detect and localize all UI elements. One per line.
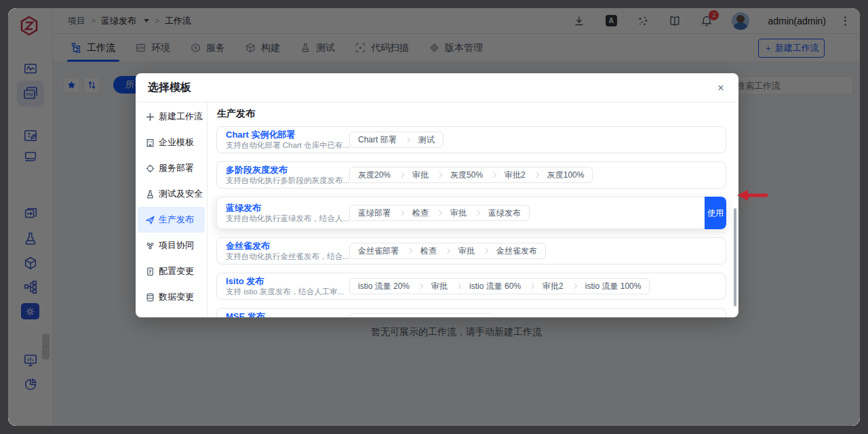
template-card-chart-deploy[interactable]: Chart 实例化部署 支持自动化部署 Chart 仓库中已有... Chart… xyxy=(216,126,726,153)
menu-item-production-release[interactable]: 生产发布 xyxy=(138,207,205,233)
plus-icon xyxy=(146,113,155,121)
stage-label: 测试 xyxy=(410,134,443,146)
menu-item-label: 数据变更 xyxy=(159,291,194,303)
stage-label: istio 流量 20% xyxy=(350,281,418,292)
stage-label: 检查 xyxy=(404,208,437,219)
menu-item-enterprise-templates[interactable]: 企业模板 xyxy=(138,130,205,155)
stage-label: istio 流量 100% xyxy=(577,281,650,292)
stage-chevron-icon xyxy=(491,172,496,178)
template-desc: 支持 istio 灰度发布，结合人工审... xyxy=(226,287,349,297)
stage-chevron-icon xyxy=(483,248,488,254)
stage-pipeline: Chart 部署 测试 xyxy=(349,132,443,148)
template-desc: 支持自动化部署 Chart 仓库中已有... xyxy=(226,140,349,151)
stage-label: 审批 xyxy=(442,208,475,219)
stage-label: 审批 xyxy=(423,281,456,292)
template-card-multistage-gray[interactable]: 多阶段灰度发布 支持自动化执行多阶段的灰度发布... 灰度20% 审批 灰度50… xyxy=(216,161,726,189)
flask-icon xyxy=(146,190,155,199)
collab-icon xyxy=(146,241,155,250)
template-name[interactable]: Isito 发布 xyxy=(226,276,349,287)
stage-chevron-icon xyxy=(399,172,404,178)
stage-label: 审批2 xyxy=(496,170,534,181)
template-card-canary[interactable]: 金丝雀发布 支持自动化执行金丝雀发布，结合... 金丝雀部署 检查 审批 金丝雀… xyxy=(216,237,726,264)
menu-item-label: 新建工作流 xyxy=(159,111,203,123)
building-icon xyxy=(146,138,155,147)
stage-label: 审批 xyxy=(350,316,382,318)
stage-label: 检查 xyxy=(412,245,445,257)
use-template-button[interactable]: 使用 xyxy=(705,197,726,229)
close-icon[interactable]: × xyxy=(714,81,728,95)
database-icon xyxy=(146,293,155,302)
stage-label: 金丝雀部署 xyxy=(350,245,407,257)
stage-pipeline: 金丝雀部署 检查 审批 金丝雀发布 xyxy=(349,243,546,259)
template-desc: 支持自动化执行金丝雀发布，结合... xyxy=(226,252,349,262)
release-icon xyxy=(146,216,155,224)
stage-label: 蓝绿发布 xyxy=(480,208,529,219)
stage-chevron-icon xyxy=(437,172,442,178)
stage-label: istio 流量 60% xyxy=(461,281,529,292)
menu-item-label: 配置变更 xyxy=(159,265,194,277)
menu-item-service-deploy[interactable]: 服务部署 xyxy=(138,155,205,181)
menu-item-label: 项目协同 xyxy=(159,239,194,252)
menu-item-test-security[interactable]: 测试及安全 xyxy=(138,181,205,207)
stage-label: 审批 xyxy=(404,170,437,181)
stage-pipeline: istio 流量 20% 审批 istio 流量 60% 审批2 istio 流… xyxy=(349,278,650,294)
stage-pipeline: 蓝绿部署 检查 审批 蓝绿发布 xyxy=(349,205,530,221)
template-name[interactable]: 金丝雀发布 xyxy=(226,241,349,252)
template-card-mse[interactable]: MSE 发布 支持 MSE 发布，结合人工审批，... 审批 MSE 发布任务 … xyxy=(216,308,726,317)
stage-label: Chart 部署 xyxy=(350,134,405,146)
menu-item-label: 企业模板 xyxy=(159,136,194,149)
stage-label: 审批2 xyxy=(534,281,572,292)
stage-chevron-icon xyxy=(407,248,412,254)
stage-chevron-icon xyxy=(534,172,539,178)
stage-label: 蓝绿部署 xyxy=(350,208,399,219)
template-name[interactable]: MSE 发布 xyxy=(226,311,349,318)
stage-label: 审批 xyxy=(450,245,483,257)
template-name[interactable]: Chart 实例化部署 xyxy=(226,130,349,140)
menu-item-config-change[interactable]: 配置变更 xyxy=(138,258,205,284)
stage-chevron-icon xyxy=(399,210,404,216)
stage-chevron-icon xyxy=(572,283,577,289)
stage-pipeline: 审批 MSE 发布任务 检查 xyxy=(349,313,495,317)
stage-label: 灰度100% xyxy=(539,170,593,181)
section-title: 生产发布 xyxy=(217,108,726,120)
target-icon xyxy=(146,164,155,173)
config-doc-icon xyxy=(146,267,155,276)
stage-label: 检查 xyxy=(462,316,494,318)
menu-item-new-workflow[interactable]: 新建工作流 xyxy=(138,104,205,130)
stage-chevron-icon xyxy=(456,283,461,289)
menu-item-project-collab[interactable]: 项目协同 xyxy=(138,233,205,258)
template-desc: 支持自动化执行蓝绿发布，结合人... xyxy=(226,214,349,224)
template-list: 生产发布 Chart 实例化部署 支持自动化部署 Chart 仓库中已有... … xyxy=(208,102,738,317)
annotation-arrow-icon xyxy=(736,189,770,202)
modal-scrollbar-thumb[interactable] xyxy=(734,208,736,307)
stage-chevron-icon xyxy=(404,137,410,142)
menu-item-label: 测试及安全 xyxy=(159,188,203,200)
stage-label: MSE 发布任务 xyxy=(388,316,456,318)
template-name[interactable]: 多阶段灰度发布 xyxy=(226,165,349,176)
stage-chevron-icon xyxy=(475,210,480,216)
stage-chevron-icon xyxy=(445,248,450,254)
template-desc: 支持自动化执行多阶段的灰度发布... xyxy=(226,176,349,186)
template-card-blue-green[interactable]: 蓝绿发布 支持自动化执行蓝绿发布，结合人... 蓝绿部署 检查 审批 蓝绿发布 … xyxy=(216,197,726,229)
stage-chevron-icon xyxy=(529,283,534,289)
template-name[interactable]: 蓝绿发布 xyxy=(226,203,349,214)
stage-pipeline: 灰度20% 审批 灰度50% 审批2 灰度100% xyxy=(349,167,593,183)
app-window: PM › 项目 > xyxy=(8,8,860,426)
template-category-menu: 新建工作流 企业模板 服务部署 测试及安全 生产发布 项目协同 xyxy=(136,102,208,317)
stage-label: 金丝雀发布 xyxy=(488,245,545,257)
select-template-modal: 选择模板 × 新建工作流 企业模板 服务部署 测试及安全 生产发布 xyxy=(136,73,738,317)
stage-chevron-icon xyxy=(437,210,442,216)
menu-item-label: 服务部署 xyxy=(159,162,194,174)
menu-item-data-change[interactable]: 数据变更 xyxy=(138,284,205,310)
template-card-istio[interactable]: Isito 发布 支持 istio 灰度发布，结合人工审... istio 流量… xyxy=(216,273,726,300)
stage-label: 灰度50% xyxy=(442,170,491,181)
stage-chevron-icon xyxy=(418,283,423,289)
stage-label: 灰度20% xyxy=(350,170,399,181)
menu-item-label: 生产发布 xyxy=(159,214,194,226)
modal-title: 选择模板 xyxy=(148,81,191,95)
